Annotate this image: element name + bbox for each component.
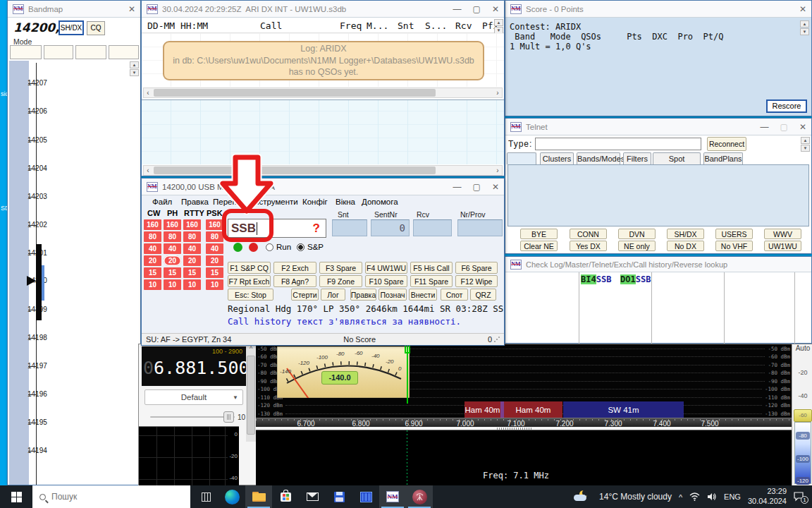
scroll-right-icon[interactable]: ›: [493, 88, 502, 97]
menu-config[interactable]: Конфіг: [302, 198, 328, 206]
telnet-shdx-button[interactable]: SH/DX: [667, 229, 704, 239]
speaker-icon[interactable]: [707, 492, 717, 501]
fkey-f7[interactable]: F7 Rpt Exch: [228, 275, 271, 287]
qrz-button[interactable]: QRZ: [470, 289, 496, 301]
sdr-frequency-display[interactable]: 100 - 2900 06.881.500: [142, 346, 246, 386]
band-button-cw-15[interactable]: 15: [144, 267, 161, 278]
band-button-cw-80[interactable]: 80: [144, 231, 161, 242]
log-col-header[interactable]: Freq: [340, 20, 362, 31]
bandmap-scroll-marker[interactable]: [42, 265, 44, 301]
close-icon[interactable]: ✕: [492, 182, 499, 192]
scroll-left-icon[interactable]: ‹: [144, 166, 152, 175]
sdr-volume-track[interactable]: [150, 416, 235, 418]
task-view-button[interactable]: [193, 485, 219, 508]
minimize-icon[interactable]: —: [453, 4, 462, 14]
sdr-volume-handle[interactable]: [223, 411, 234, 423]
band-bar-sw41m[interactable]: SW 41m: [563, 401, 684, 418]
fkey-f2[interactable]: F2 Exch: [273, 262, 316, 274]
weather-text[interactable]: 14°C Mostly cloudy: [599, 492, 672, 502]
taskbar-logger-button[interactable]: [326, 485, 352, 508]
band-button-psk-40[interactable]: 40: [206, 243, 223, 254]
fkey-f10[interactable]: F10 Spare: [365, 275, 407, 287]
bandmap-mode-box[interactable]: [75, 45, 106, 59]
sdr-left-scrollbar[interactable]: ^: [246, 344, 256, 442]
sdr-audio-spectrum[interactable]: 0 -20 -40: [139, 426, 239, 486]
band-button-ph-15[interactable]: 15: [164, 267, 181, 278]
menu-view[interactable]: Перегляд: [213, 198, 249, 206]
band-bar-ham40m-2[interactable]: Ham 40m: [504, 401, 562, 418]
telnet-clear-ne-button[interactable]: Clear NE: [520, 241, 558, 251]
band-bar-ham40m-1[interactable]: Ham 40m: [465, 401, 500, 418]
band-button-cw-160[interactable]: 160: [144, 219, 161, 230]
callsign-field[interactable]: SSB ?: [228, 219, 326, 238]
telnet-uw1wu-button[interactable]: UW1WU: [764, 241, 801, 251]
band-button-psk-15[interactable]: 15: [206, 267, 223, 278]
nrprov-field[interactable]: [457, 219, 503, 236]
band-button-ph-80[interactable]: 80: [164, 231, 181, 242]
menu-file[interactable]: Файл: [152, 198, 172, 206]
fkey-f6[interactable]: F6 Spare: [455, 262, 498, 274]
sdr-waterfall[interactable]: Freq: 7.1 MHz: [256, 430, 792, 486]
scrollbar-thumb[interactable]: [154, 89, 436, 97]
taskbar-mail-button[interactable]: [299, 485, 326, 508]
tray-chevron-up-icon[interactable]: ^: [679, 493, 682, 502]
green-status-dot[interactable]: [233, 243, 242, 252]
close-icon[interactable]: ✕: [128, 4, 135, 14]
band-button-psk-160[interactable]: 160: [206, 219, 223, 230]
taskbar-n1mm-button[interactable]: NM: [379, 485, 406, 508]
maximize-icon[interactable]: ▢: [473, 4, 481, 14]
score-spinner[interactable]: ▲▼: [800, 20, 809, 35]
tab-bands-modes[interactable]: Bands/Modes: [577, 152, 620, 164]
log-spinner[interactable]: ▲▼: [494, 19, 503, 34]
taskbar-cluster-app-button[interactable]: [352, 485, 379, 508]
telnet-no-vhf-button[interactable]: No VHF: [715, 241, 753, 251]
band-button-rtty-160[interactable]: 160: [183, 219, 201, 230]
edit-button[interactable]: Правка: [350, 289, 376, 301]
telnet-yes-dx-button[interactable]: Yes DX: [570, 241, 607, 251]
sp-radio-selected[interactable]: S&P: [297, 243, 324, 251]
band-button-ph-40[interactable]: 40: [164, 243, 181, 254]
telnet-wwv-button[interactable]: WWV: [764, 229, 801, 239]
tab-clusters[interactable]: Clusters: [540, 152, 574, 164]
maximize-icon[interactable]: ▢: [473, 182, 481, 192]
store-button[interactable]: Внести: [409, 289, 437, 301]
shdx-button[interactable]: SH/DX: [59, 20, 84, 35]
bandmap-titlebar[interactable]: NM Bandmap ✕: [8, 1, 140, 18]
band-button-ph-20-selected[interactable]: 20: [164, 255, 181, 266]
score-titlebar[interactable]: NM Score - 0 Points ✕: [505, 1, 811, 18]
menu-tools[interactable]: Інструменти: [252, 198, 298, 206]
run-radio[interactable]: Run: [266, 243, 291, 251]
log-col-header[interactable]: DD-MM HH:MM: [147, 20, 208, 31]
bandmap-zoom-spinner[interactable]: ▲▼: [130, 61, 139, 76]
esc-stop-button[interactable]: Esc: Stop: [228, 289, 273, 301]
telnet-spinner[interactable]: ▲▼: [801, 137, 810, 152]
band-button-ph-10[interactable]: 10: [164, 279, 181, 290]
search-input[interactable]: [51, 492, 157, 502]
log-titlebar[interactable]: NM 30.04.2024 20:29:25Z ARI DX INT - UW1…: [142, 1, 504, 18]
band-button-rtty-40[interactable]: 40: [183, 243, 201, 254]
telnet-conn-button[interactable]: CONN: [570, 229, 607, 239]
close-icon[interactable]: ✕: [492, 4, 499, 14]
check-callsign[interactable]: BI4SSB: [581, 274, 611, 284]
sdr-range-strip[interactable]: Auto -20 -40 -60 -80 -100 -120: [792, 344, 812, 486]
band-button-psk-80[interactable]: 80: [206, 231, 223, 242]
check-callsign[interactable]: DO1SSB: [620, 274, 651, 284]
spot-it-button[interactable]: Спот: [441, 289, 468, 301]
telnet-bye-button[interactable]: BYE: [520, 229, 558, 239]
scrollbar-thumb[interactable]: [247, 356, 255, 435]
close-icon[interactable]: ✕: [799, 4, 806, 14]
band-button-rtty-20[interactable]: 20: [183, 255, 201, 266]
log-hscrollbar-bottom[interactable]: ‹ ›: [143, 165, 503, 176]
log-pane-previous[interactable]: [142, 99, 504, 164]
taskbar-store-button[interactable]: [272, 485, 299, 508]
cq-button[interactable]: CQ: [87, 21, 105, 35]
taskbar-sdr-button[interactable]: [406, 485, 433, 508]
band-button-cw-40[interactable]: 40: [144, 243, 161, 254]
band-button-cw-20[interactable]: 20: [144, 255, 161, 266]
check-titlebar[interactable]: NM Check Log/Master/Telnet/Exch/Call his…: [505, 257, 811, 272]
log-col-header[interactable]: Snt: [398, 20, 414, 31]
fkey-f1[interactable]: F1 S&P CQ: [228, 262, 271, 274]
minimize-icon[interactable]: —: [453, 182, 462, 192]
log-col-header[interactable]: Rcv: [455, 20, 472, 31]
clock[interactable]: 23:29 30.04.2024: [748, 487, 787, 507]
